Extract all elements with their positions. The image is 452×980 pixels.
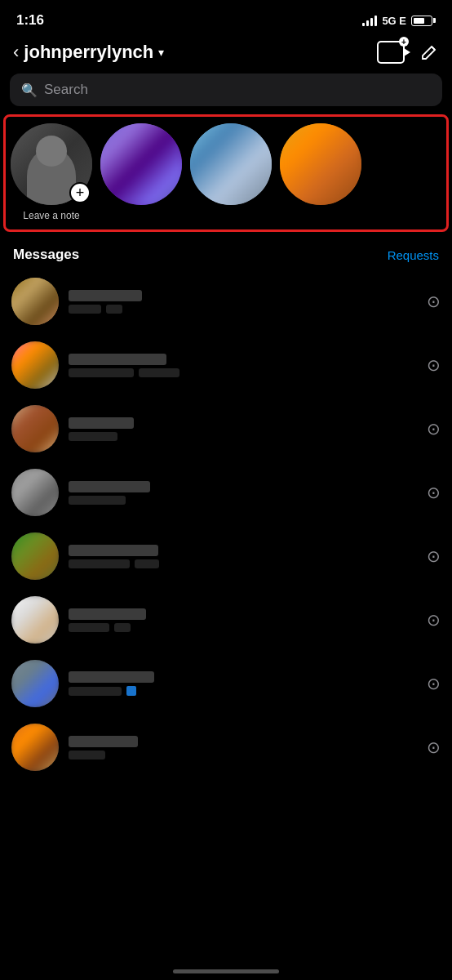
camera-icon: ⊙	[427, 546, 441, 566]
avatar	[11, 596, 59, 644]
avatar	[11, 532, 59, 580]
message-preview	[69, 305, 101, 314]
message-item[interactable]: ⊙	[0, 397, 452, 461]
compose-button[interactable]	[419, 42, 439, 62]
add-note-button[interactable]: +	[69, 182, 91, 203]
message-item[interactable]: ⊙	[0, 270, 452, 333]
avatar	[11, 660, 59, 707]
messages-title: Messages	[13, 247, 79, 263]
status-bar: 1:16 5G E	[0, 0, 452, 36]
back-button[interactable]: ‹	[13, 42, 19, 63]
header-actions: +	[377, 41, 439, 64]
message-preview-2	[106, 305, 122, 314]
story-1-image	[100, 123, 182, 205]
avatar	[11, 405, 59, 452]
message-preview	[69, 751, 105, 760]
message-preview	[69, 368, 134, 377]
leave-note-label: Leave a note	[23, 210, 79, 221]
message-item[interactable]: ⊙	[0, 333, 452, 397]
message-preview	[69, 559, 130, 568]
header: ‹ johnperrylynch ▾ +	[0, 36, 452, 70]
status-time: 1:16	[16, 12, 44, 29]
message-preview-2	[114, 623, 131, 632]
message-name	[69, 608, 146, 620]
message-name	[69, 736, 138, 747]
story-2-image	[190, 123, 272, 205]
story-item-2[interactable]	[190, 123, 272, 205]
message-preview	[69, 623, 109, 632]
my-note-item[interactable]: + Leave a note	[11, 123, 92, 221]
avatar	[11, 469, 59, 516]
network-label: 5G E	[382, 15, 406, 27]
message-content	[69, 481, 417, 505]
home-bar	[173, 969, 279, 973]
message-item[interactable]: ⊙	[0, 588, 452, 652]
unread-indicator	[126, 686, 136, 696]
message-preview	[69, 432, 117, 441]
requests-button[interactable]: Requests	[388, 248, 439, 262]
search-bar[interactable]: 🔍 Search	[10, 74, 442, 106]
messages-header: Messages Requests	[0, 235, 452, 270]
story-item-1[interactable]	[100, 123, 182, 205]
message-item[interactable]: ⊙	[0, 461, 452, 524]
battery-icon	[411, 16, 436, 26]
message-content	[69, 545, 417, 568]
message-item[interactable]: ⊙	[0, 524, 452, 588]
message-content	[69, 736, 417, 760]
message-content	[69, 290, 417, 314]
message-name	[69, 354, 166, 365]
home-indicator	[0, 956, 452, 980]
message-preview	[69, 687, 122, 696]
camera-icon: ⊙	[427, 292, 441, 311]
new-video-call-button[interactable]: +	[377, 41, 405, 64]
avatar	[11, 341, 59, 389]
search-icon: 🔍	[21, 82, 38, 98]
message-preview	[69, 496, 126, 505]
message-name	[69, 481, 150, 492]
camera-icon: ⊙	[427, 610, 441, 630]
header-left[interactable]: ‹ johnperrylynch ▾	[13, 42, 164, 63]
story-item-3[interactable]	[280, 123, 361, 205]
notes-section: + Leave a note	[3, 114, 449, 232]
message-name	[69, 417, 134, 429]
video-plus-badge: +	[399, 37, 409, 47]
message-content	[69, 608, 417, 632]
search-placeholder: Search	[44, 82, 88, 98]
camera-icon: ⊙	[427, 674, 441, 693]
username-chevron-icon[interactable]: ▾	[158, 46, 164, 59]
avatar	[11, 724, 59, 771]
signal-icon	[362, 15, 377, 26]
my-note-avatar-wrap: +	[11, 123, 92, 205]
message-name	[69, 545, 158, 556]
message-name	[69, 671, 154, 683]
message-content	[69, 354, 417, 377]
avatar	[11, 278, 59, 325]
status-icons: 5G E	[362, 15, 436, 27]
camera-icon: ⊙	[427, 483, 441, 502]
camera-icon: ⊙	[427, 419, 441, 439]
message-content	[69, 671, 417, 696]
message-list: ⊙ ⊙ ⊙	[0, 270, 452, 779]
camera-icon: ⊙	[427, 737, 441, 757]
message-preview-2	[139, 368, 179, 377]
message-item[interactable]: ⊙	[0, 652, 452, 715]
camera-icon: ⊙	[427, 355, 441, 375]
username-label[interactable]: johnperrylynch	[24, 42, 153, 63]
message-name	[69, 290, 142, 301]
message-preview-2	[135, 559, 159, 568]
story-3-image	[280, 123, 361, 205]
message-item[interactable]: ⊙	[0, 715, 452, 779]
message-content	[69, 417, 417, 441]
